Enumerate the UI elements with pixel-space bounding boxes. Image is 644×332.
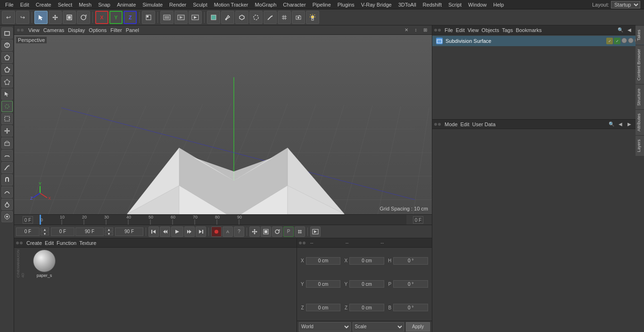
record-button[interactable] [211, 227, 222, 237]
paint-tool-button[interactable] [221, 11, 234, 24]
frame-up[interactable]: ▲ [41, 227, 49, 231]
obj-back-button[interactable]: ◀ [626, 26, 633, 34]
mode-scale-button[interactable] [63, 11, 76, 24]
pb-move-button[interactable] [249, 227, 260, 237]
undo-button[interactable]: ↩ [2, 11, 15, 24]
end-frame-up[interactable]: ▲ [105, 227, 113, 231]
tab-content-browser[interactable]: Content Browser [636, 45, 644, 84]
world-select[interactable]: World Object [299, 322, 351, 332]
x-pos-input[interactable] [306, 257, 341, 265]
menu-script[interactable]: Script [445, 0, 465, 9]
smooth-button[interactable] [1, 186, 13, 198]
help-button[interactable]: ? [234, 227, 244, 237]
menu-redshift[interactable]: Redshift [420, 0, 445, 9]
paint-button[interactable] [1, 199, 13, 210]
menu-pipeline[interactable]: Pipeline [309, 0, 334, 9]
material-item-paper[interactable]: paper_s [30, 250, 58, 278]
viewport-icon-2[interactable]: ↕ [412, 26, 420, 34]
obj-bookmarks-menu[interactable]: Bookmarks [516, 27, 542, 33]
menu-motion-tracker[interactable]: Motion Tracker [211, 0, 252, 9]
view-menu[interactable]: View [28, 27, 40, 33]
magnet-button[interactable] [1, 174, 13, 186]
snapping-button[interactable] [1, 211, 13, 222]
viewport-icon-1[interactable]: ✕ [403, 26, 410, 34]
light-button[interactable] [306, 11, 319, 24]
attr-back-button[interactable]: ◀ [617, 121, 624, 128]
next-keyframe-button[interactable] [184, 227, 195, 237]
grid-button[interactable] [278, 11, 291, 24]
panel-menu[interactable]: Panel [126, 27, 139, 33]
y-pos-input[interactable] [306, 280, 341, 288]
snapping-toggle-button[interactable] [295, 227, 305, 237]
menu-snap[interactable]: Snap [95, 0, 114, 9]
edge-mode-button[interactable] [1, 64, 13, 75]
p-input[interactable] [393, 280, 428, 288]
menu-select[interactable]: Select [55, 0, 76, 9]
obj-edit-menu[interactable]: Edit [456, 27, 465, 33]
live-select-button[interactable] [1, 101, 13, 112]
current-frame-input[interactable] [51, 227, 74, 236]
knife-button[interactable] [264, 11, 277, 24]
y-rot-input[interactable] [349, 280, 384, 288]
menu-render[interactable]: Render [166, 0, 190, 9]
rectangle-select-button[interactable] [1, 113, 13, 124]
tab-layers[interactable]: Layers [636, 135, 644, 156]
polygon-button[interactable] [235, 11, 248, 24]
display-menu[interactable]: Display [68, 27, 85, 33]
attr-user-data-menu[interactable]: User Data [472, 121, 496, 127]
bevel-button[interactable] [1, 150, 13, 161]
h-input[interactable] [393, 257, 428, 265]
b-input[interactable] [393, 304, 428, 311]
mat-edit-menu[interactable]: Edit [45, 240, 54, 246]
coord-system-button[interactable] [142, 11, 155, 24]
redo-button[interactable]: ↪ [16, 11, 29, 24]
texture-mode-button[interactable] [1, 40, 13, 51]
viewport-3d[interactable]: Perspective Grid Spacing : 10 cm X Y Z [14, 35, 432, 214]
menu-character[interactable]: Character [280, 0, 309, 9]
render-frame-button[interactable] [310, 227, 321, 237]
menu-plugins[interactable]: Plugins [334, 0, 358, 9]
menu-simulate[interactable]: Simulate [139, 0, 166, 9]
mode-rotate-button[interactable] [77, 11, 90, 24]
go-to-end-button[interactable] [196, 227, 206, 237]
timeline-area[interactable]: 0 F 0 10 20 30 40 50 [14, 214, 432, 225]
menu-mograph[interactable]: MoGraph [251, 0, 280, 9]
start-frame-input[interactable] [16, 227, 40, 236]
end-frame-down[interactable]: ▼ [105, 232, 113, 235]
obj-tags-menu[interactable]: Tags [502, 27, 513, 33]
obj-search-icon[interactable]: 🔍 [617, 26, 624, 34]
mat-create-menu[interactable]: Create [26, 240, 42, 246]
visibility-dot-1[interactable] [621, 38, 627, 43]
attr-search-icon[interactable]: 🔍 [608, 121, 615, 128]
view-front-button[interactable] [207, 11, 220, 24]
menu-sculpt[interactable]: Sculpt [190, 0, 211, 9]
autokey-button[interactable]: A [223, 227, 233, 237]
x-rot-input[interactable] [349, 257, 384, 265]
visibility-dot-2[interactable] [628, 38, 634, 43]
attr-mode-menu[interactable]: Mode [445, 121, 458, 127]
scale-select[interactable]: Scale [353, 322, 405, 332]
z-pos-input[interactable] [306, 304, 341, 311]
pivot-button[interactable]: P [283, 227, 294, 237]
menu-window[interactable]: Window [465, 0, 490, 9]
menu-help[interactable]: Help [490, 0, 507, 9]
attr-edit-menu[interactable]: Edit [461, 121, 470, 127]
vertex-mode-button[interactable] [1, 76, 13, 88]
apply-button[interactable]: Apply [406, 322, 430, 332]
tab-structure[interactable]: Structure [636, 84, 644, 110]
move-tool-button[interactable] [1, 125, 13, 137]
viewport-icon-3[interactable]: ⊞ [421, 26, 429, 34]
mode-move-button[interactable] [49, 11, 62, 24]
z-rot-input[interactable] [349, 304, 384, 311]
axis-y-button[interactable]: Y [109, 11, 123, 24]
obj-file-menu[interactable]: File [445, 27, 453, 33]
camera-button[interactable] [292, 11, 305, 24]
menu-create[interactable]: Create [33, 0, 55, 9]
pb-scale-button[interactable] [261, 227, 271, 237]
cameras-menu[interactable]: Cameras [43, 27, 65, 33]
end-frame-input-1[interactable] [75, 227, 104, 236]
obj-objects-menu[interactable]: Objects [481, 27, 499, 33]
menu-edit[interactable]: Edit [17, 0, 33, 9]
object-row-subdivision[interactable]: Subdivision Surface ✓ ✓ [432, 36, 644, 46]
options-menu[interactable]: Options [89, 27, 107, 33]
